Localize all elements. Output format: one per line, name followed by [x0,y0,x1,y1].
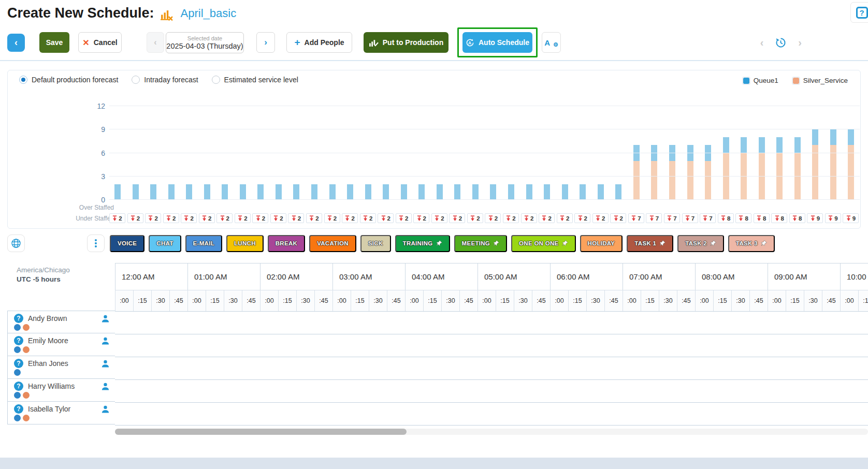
more-options-button[interactable] [87,234,105,252]
hour-header-cell[interactable]: 09:00 AM [768,263,841,290]
quarter-header-cell[interactable]: :00 [841,290,859,311]
hour-header-cell[interactable]: 08:00 AM [696,263,768,290]
quarter-header-cell[interactable]: :00 [623,290,641,311]
history-clock-icon[interactable] [775,37,787,49]
activity-button-e-mail[interactable]: E-MAIL [185,235,222,252]
question-icon[interactable]: ? [14,314,23,323]
quarter-header-cell[interactable]: :45 [460,290,478,311]
question-icon[interactable]: ? [14,359,23,368]
quarter-header-cell[interactable]: :15 [351,290,369,311]
quarter-header-cell[interactable]: :15 [714,290,732,311]
quarter-header-cell[interactable]: :15 [859,290,868,311]
hour-header-cell[interactable]: 10:00 AM [841,263,868,290]
person-icon[interactable] [101,336,110,345]
quarter-header-cell[interactable]: :45 [315,290,333,311]
activity-button-task-1[interactable]: TASK 1 [627,235,673,252]
schedule-row[interactable] [115,380,868,403]
hour-header-cell[interactable]: 02:00 AM [261,263,333,290]
quarter-header-cell[interactable]: :30 [587,290,605,311]
quarter-header-cell[interactable]: :15 [569,290,587,311]
schedule-row[interactable] [115,334,868,357]
person-icon[interactable] [101,359,110,368]
schedule-row[interactable] [115,403,868,426]
quarter-header-cell[interactable]: :30 [369,290,387,311]
horizontal-scrollbar[interactable] [115,429,868,435]
redo-chevron-icon[interactable]: › [798,37,802,49]
activity-button-lunch[interactable]: LUNCH [226,235,264,252]
quarter-header-cell[interactable]: :00 [478,290,496,311]
person-icon[interactable] [101,314,110,323]
quarter-header-cell[interactable]: :00 [261,290,279,311]
quarter-header-cell[interactable]: :15 [641,290,659,311]
quarter-header-cell[interactable]: :00 [551,290,569,311]
activity-button-voice[interactable]: VOICE [110,235,144,252]
question-icon[interactable]: ? [14,382,23,391]
activity-button-task-3[interactable]: TASK 3 [728,235,775,252]
quarter-header-cell[interactable]: :15 [786,290,804,311]
quarter-header-cell[interactable]: :00 [333,290,351,311]
hour-header-cell[interactable]: 06:00 AM [551,263,623,290]
auto-schedule-settings-button[interactable]: A⚙ [542,32,561,53]
quarter-header-cell[interactable]: :15 [424,290,442,311]
activity-button-training[interactable]: TRAINING [395,235,450,252]
quarter-header-cell[interactable]: :30 [442,290,460,311]
quarter-header-cell[interactable]: :30 [152,290,170,311]
activity-button-break[interactable]: BREAK [268,235,305,252]
add-people-button[interactable]: +Add People [286,32,352,53]
selected-date-field[interactable]: Selected date 2025-04-03 (Thursday) [166,32,244,53]
quarter-header-cell[interactable]: :00 [768,290,786,311]
quarter-header-cell[interactable]: :30 [514,290,532,311]
quarter-header-cell[interactable]: :30 [732,290,750,311]
quarter-header-cell[interactable]: :45 [242,290,261,311]
person-icon[interactable] [101,382,110,391]
hour-header-cell[interactable]: 01:00 AM [188,263,261,290]
timezone-globe-button[interactable] [7,234,25,252]
radio-icon[interactable] [132,76,140,84]
auto-schedule-button[interactable]: A Auto Schedule [462,32,532,53]
activity-button-vacation[interactable]: VACATION [309,235,356,252]
quarter-header-cell[interactable]: :30 [804,290,822,311]
hour-header-cell[interactable]: 04:00 AM [406,263,478,290]
quarter-header-cell[interactable]: :45 [170,290,188,311]
activity-button-holiday[interactable]: HOLIDAY [580,235,623,252]
schedule-row[interactable] [115,357,868,380]
employee-cell[interactable]: ?Andy Brown [7,311,115,333]
question-icon[interactable]: ? [14,336,23,345]
employee-cell[interactable]: ?Isabella Tylor [7,402,115,424]
activity-button-chat[interactable]: CHAT [149,235,181,252]
hour-header-cell[interactable]: 03:00 AM [333,263,406,290]
hour-header-cell[interactable]: 07:00 AM [623,263,696,290]
activity-button-one-on-one[interactable]: ONE ON ONE [511,235,575,252]
activity-button-sick[interactable]: SICK [360,235,391,252]
quarter-header-cell[interactable]: :15 [496,290,514,311]
schedule-row[interactable] [115,312,868,334]
forecast-option-2[interactable]: Intraday forecast [132,76,198,84]
quarter-header-cell[interactable]: :00 [188,290,206,311]
quarter-header-cell[interactable]: :30 [224,290,242,311]
radio-icon[interactable] [212,76,220,84]
cancel-button[interactable]: ✕Cancel [78,32,122,53]
forecast-option-1[interactable]: Default production forecast [19,76,118,84]
quarter-header-cell[interactable]: :45 [750,290,768,311]
quarter-header-cell[interactable]: :45 [387,290,406,311]
forecast-option-3[interactable]: Estimated service level [212,76,298,84]
person-icon[interactable] [101,405,110,414]
quarter-header-cell[interactable]: :30 [659,290,677,311]
employee-cell[interactable]: ?Harry Williams [7,379,115,402]
activity-button-task-2[interactable]: TASK 2 [677,235,724,252]
question-icon[interactable]: ? [14,404,23,414]
scrollbar-thumb[interactable] [115,429,407,435]
quarter-header-cell[interactable]: :45 [822,290,841,311]
hour-header-cell[interactable]: 12:00 AM [115,263,188,290]
undo-chevron-icon[interactable]: ‹ [760,37,764,49]
hour-header-cell[interactable]: 05:00 AM [478,263,551,290]
employee-cell[interactable]: ?Emily Moore [7,333,115,356]
quarter-header-cell[interactable]: :30 [297,290,315,311]
quarter-header-cell[interactable]: :00 [115,290,134,311]
next-date-button[interactable]: › [256,32,275,53]
previous-date-button[interactable]: ‹ [147,32,164,53]
quarter-header-cell[interactable]: :45 [605,290,623,311]
quarter-header-cell[interactable]: :00 [406,290,424,311]
put-to-production-button[interactable]: Put to Production [364,32,449,53]
quarter-header-cell[interactable]: :15 [206,290,224,311]
